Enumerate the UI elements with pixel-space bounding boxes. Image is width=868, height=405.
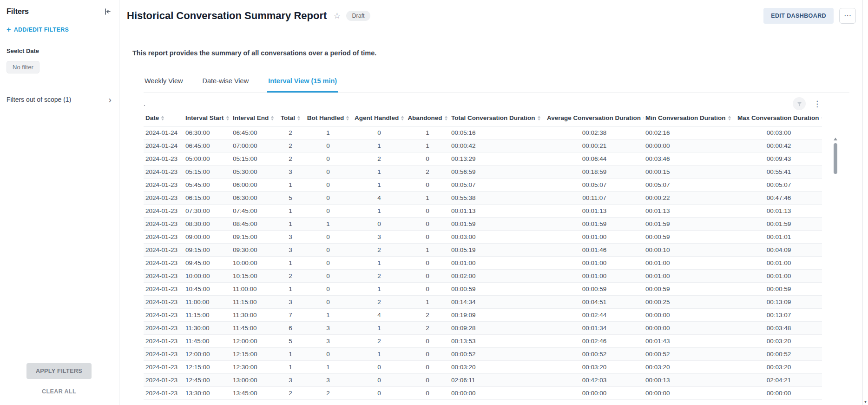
sort-icon[interactable] [822,116,822,120]
column-label: Interval End [233,114,269,121]
filter-icon[interactable] [793,97,806,110]
column-header[interactable]: Interval End [231,111,277,126]
sort-icon[interactable] [226,116,229,120]
report-description: This report provides the summary of all … [132,49,849,57]
table-row: 2024-01-2308:30:0008:45:00 110 000:01:59… [144,218,822,231]
sort-icon[interactable] [346,116,349,120]
clear-all-button[interactable]: CLEAR ALL [42,388,76,395]
column-label: Date [145,114,159,121]
sort-icon[interactable] [445,116,447,120]
column-label: Abandoned [408,114,442,121]
table-row: 2024-01-2311:30:0011:45:00 631 200:09:28… [144,322,822,335]
plus-icon: + [7,26,11,33]
select-date-label: Seelct Date [7,47,112,54]
table-row: 2024-01-2309:00:0009:15:00 303 000:03:00… [144,231,822,244]
more-options-button[interactable]: ⋯ [839,8,856,24]
interval-summary-table: Date Interval Start Interval End Total B… [144,111,822,400]
report-content: This report provides the summary of all … [119,49,868,400]
kebab-menu-icon[interactable]: ⋮ [812,99,822,109]
table-scrollbar[interactable] [833,138,837,389]
sort-icon[interactable] [401,116,404,120]
apply-filters-button[interactable]: APPLY FILTERS [26,363,92,379]
sort-icon[interactable] [271,116,274,120]
tab-interval-view[interactable]: Interval View (15 min) [267,73,338,93]
table-tools: ⋮ [793,97,822,110]
column-label: Total Conversation Duration [451,114,535,121]
table-header-row: Date Interval Start Interval End Total B… [144,111,822,126]
table-row: 2024-01-2406:45:0007:00:00 201 100:00:42… [144,139,822,153]
table-row: 2024-01-2311:15:0011:30:00 714 200:19:09… [144,309,822,322]
table-row: 2024-01-2305:15:0005:30:00 301 200:56:59… [144,166,822,179]
table-row: 2024-01-2311:00:0011:15:00 302 100:14:34… [144,296,822,309]
table-toolbar: . ⋮ [144,97,822,111]
table-row: 2024-01-2312:45:0013:00:00 330 002:06:11… [144,374,822,387]
view-tabs: Weekly View Date-wise View Interval View… [144,73,849,93]
table-body: 2024-01-2406:30:0006:45:00 210 100:05:16… [144,126,822,400]
column-header[interactable]: Agent Handled [353,111,406,126]
toolbar-dot: . [144,100,145,107]
main-area: Historical Conversation Summary Report ☆… [119,0,868,405]
table-row: 2024-01-2305:45:0006:00:00 101 000:05:07… [144,179,822,192]
tab-weekly-view[interactable]: Weekly View [144,73,184,93]
collapse-sidebar-icon[interactable] [103,7,112,16]
column-label: Bot Handled [307,114,344,121]
column-label: Max Conversation Duration [737,114,819,121]
page-header: Historical Conversation Summary Report ☆… [119,0,868,30]
no-filter-chip[interactable]: No filter [7,61,39,73]
table-row: 2024-01-2311:45:0012:00:00 532 000:13:53… [144,335,822,348]
filters-sidebar: Filters + ADD/EDIT FILTERS Seelct Date N… [0,0,119,405]
add-edit-filters-button[interactable]: + ADD/EDIT FILTERS [7,26,112,33]
table-row: 2024-01-2406:30:0006:45:00 210 100:05:16… [144,126,822,139]
scroll-down-arrow-icon[interactable]: ▼ [863,400,868,404]
column-header[interactable]: Bot Handled [303,111,353,126]
table-scrollbar-thumb[interactable] [834,143,837,174]
tab-date-wise-view[interactable]: Date-wise View [201,73,250,93]
column-label: Min Conversation Duration [645,114,726,121]
table-row: 2024-01-2312:15:0012:30:00 110 000:03:20… [144,361,822,374]
column-label: Agent Handled [355,114,399,121]
filters-title: Filters [7,7,29,16]
scroll-up-arrow-icon[interactable] [834,138,837,140]
table-row: 2024-01-2313:30:0013:45:00 220 000:00:00… [144,387,822,400]
sort-icon[interactable] [728,116,731,120]
sort-icon[interactable] [538,116,540,120]
column-header[interactable]: Average Conversation Duration [545,111,644,126]
sidebar-footer: APPLY FILTERS CLEAR ALL [7,363,112,395]
sort-icon[interactable] [161,116,164,120]
table-row: 2024-01-2307:30:0007:45:00 101 000:01:13… [144,205,822,218]
column-label: Average Conversation Duration [547,114,641,121]
edit-dashboard-button[interactable]: EDIT DASHBOARD [763,8,834,24]
column-label: Interval Start [185,114,224,121]
column-header[interactable]: Interval Start [184,111,231,126]
table-row: 2024-01-2312:00:0012:15:00 101 000:00:52… [144,348,822,361]
sort-icon[interactable] [297,116,300,120]
filters-out-of-scope-label: Filters out of scope (1) [7,96,71,103]
table-row: 2024-01-2309:45:0010:00:00 101 000:01:00… [144,257,822,270]
column-header[interactable]: Abandoned [406,111,449,126]
date-filter-group: Seelct Date No filter [7,47,112,73]
column-header[interactable]: Max Conversation Duration [736,111,822,126]
status-badge: Draft [346,11,370,21]
table-row: 2024-01-2309:15:0009:30:00 302 100:05:19… [144,244,822,257]
add-edit-filters-label: ADD/EDIT FILTERS [14,27,69,33]
filters-out-of-scope-row[interactable]: Filters out of scope (1) › [7,95,112,104]
app-window: Filters + ADD/EDIT FILTERS Seelct Date N… [0,0,868,405]
favorite-star-icon[interactable]: ☆ [333,11,341,21]
column-label: Total [281,114,295,121]
column-header[interactable]: Total Conversation Duration [449,111,545,126]
page-title: Historical Conversation Summary Report [127,10,327,22]
column-header[interactable]: Total [277,111,303,126]
column-header[interactable]: Min Conversation Duration [644,111,736,126]
column-header[interactable]: Date [144,111,184,126]
table-row: 2024-01-2310:00:0010:15:00 202 000:02:00… [144,270,822,283]
table-row: 2024-01-2305:00:0005:15:00 202 000:13:29… [144,153,822,166]
table-row: 2024-01-2306:15:0006:30:00 504 100:55:38… [144,192,822,205]
sort-icon[interactable] [643,116,644,120]
page-scrollbar[interactable]: ▼ [862,0,868,405]
table-row: 2024-01-2310:45:0011:00:00 101 000:00:59… [144,283,822,296]
chevron-right-icon: › [108,95,112,104]
